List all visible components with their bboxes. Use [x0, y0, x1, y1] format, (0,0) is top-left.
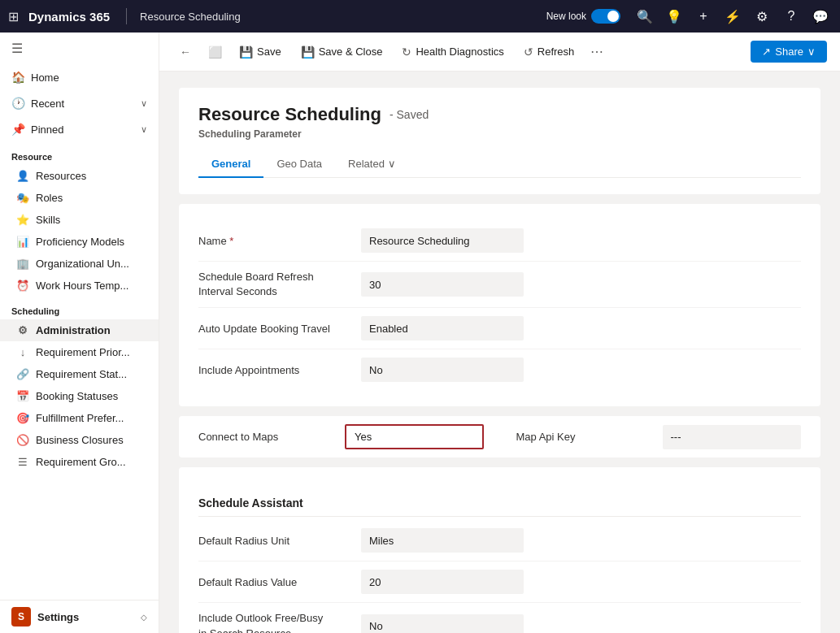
related-chevron-icon: ∨ — [388, 158, 396, 170]
sidebar-item-req-status[interactable]: 🔗 Requirement Stat... — [0, 363, 159, 385]
back-button[interactable]: ← — [172, 39, 198, 65]
business-closures-icon: 🚫 — [16, 434, 29, 446]
name-value[interactable]: Resource Scheduling — [361, 228, 524, 253]
scheduling-section-label: Scheduling — [0, 297, 159, 319]
default-radius-unit-value[interactable]: Miles — [361, 528, 524, 553]
sidebar-item-resources[interactable]: 👤 Resources — [0, 165, 159, 187]
sidebar-item-administration[interactable]: ⚙ Administration — [0, 319, 159, 341]
skills-icon: ⭐ — [16, 214, 29, 226]
plus-icon[interactable]: + — [692, 5, 715, 28]
refresh-button[interactable]: ↺ Refresh — [516, 41, 583, 63]
sidebar-booking-statuses-label: Booking Statuses — [36, 390, 118, 402]
general-form-section: Name Resource Scheduling Schedule Board … — [179, 204, 820, 406]
bulb-icon[interactable]: 💡 — [663, 5, 685, 28]
help-icon[interactable]: ? — [780, 5, 803, 28]
tab-related[interactable]: Related ∨ — [335, 151, 409, 178]
sidebar-roles-label: Roles — [36, 192, 63, 204]
share-label: Share — [775, 46, 803, 58]
include-outlook-value[interactable]: No — [361, 614, 524, 633]
schedule-assistant-section: Schedule Assistant Default Radius Unit M… — [179, 467, 820, 633]
sidebar-item-roles[interactable]: 🎭 Roles — [0, 187, 159, 209]
save-close-button[interactable]: 💾 Save & Close — [293, 41, 391, 63]
main-content: ← ⬜ 💾 Save 💾 Save & Close ↻ Health Diagn… — [159, 33, 840, 633]
schedule-assistant-title: Schedule Assistant — [198, 483, 801, 517]
sidebar-item-pinned[interactable]: 📌 Pinned ∨ — [0, 116, 159, 142]
save-close-label: Save & Close — [319, 46, 383, 58]
connect-maps-row: Connect to Maps Yes Map Api Key --- — [198, 416, 801, 457]
filter-icon[interactable]: ⚡ — [721, 5, 744, 28]
sidebar-item-home[interactable]: 🏠 Home — [0, 64, 159, 90]
sidebar-item-business-closures[interactable]: 🚫 Business Closures — [0, 429, 159, 451]
connect-maps-value[interactable]: Yes — [345, 424, 484, 449]
chat-icon[interactable]: 💬 — [809, 5, 832, 28]
sidebar-item-proficiency[interactable]: 📊 Proficiency Models — [0, 231, 159, 253]
sidebar-item-req-priority[interactable]: ↓ Requirement Prior... — [0, 341, 159, 363]
health-diagnostics-button[interactable]: ↻ Health Diagnostics — [394, 41, 511, 63]
record-title-row: Resource Scheduling - Saved — [198, 104, 801, 125]
sidebar-item-req-groups[interactable]: ☰ Requirement Gro... — [0, 451, 159, 473]
new-look-toggle[interactable] — [591, 9, 620, 24]
sidebar-item-skills[interactable]: ⭐ Skills — [0, 209, 159, 231]
tab-general[interactable]: General — [198, 151, 263, 178]
brand-label[interactable]: Dynamics 365 — [28, 10, 110, 24]
save-button[interactable]: 💾 Save — [231, 41, 289, 63]
auto-update-value[interactable]: Enabled — [361, 316, 524, 340]
include-outlook-label: Include Outlook Free/Busyin Search Resou… — [198, 611, 361, 633]
sidebar-req-status-label: Requirement Stat... — [36, 368, 127, 380]
default-radius-value-value[interactable]: 20 — [361, 570, 524, 594]
share-icon: ↗ — [762, 46, 771, 58]
content-area: Resource Scheduling - Saved Scheduling P… — [159, 72, 840, 633]
sidebar-skills-label: Skills — [36, 214, 60, 226]
req-status-icon: 🔗 — [16, 368, 29, 380]
include-appointments-value[interactable]: No — [361, 358, 524, 382]
record-subtitle: Scheduling Parameter — [198, 128, 801, 140]
new-look-toggle-area: New look — [546, 9, 620, 24]
sidebar-item-work-hours[interactable]: ⏰ Work Hours Temp... — [0, 275, 159, 297]
settings-diamond-icon: ◇ — [141, 613, 147, 622]
share-button[interactable]: ↗ Share ∨ — [751, 41, 827, 63]
refresh-interval-value[interactable]: 30 — [361, 272, 524, 297]
sidebar-item-pinned-label: Pinned — [31, 124, 63, 136]
sidebar-req-priority-label: Requirement Prior... — [36, 346, 130, 358]
sidebar-business-closures-label: Business Closures — [36, 434, 124, 446]
grid-icon[interactable]: ⊞ — [8, 9, 19, 24]
tab-geo-data[interactable]: Geo Data — [263, 151, 335, 178]
save-close-icon: 💾 — [301, 46, 315, 59]
sidebar-work-hours-label: Work Hours Temp... — [36, 280, 128, 292]
form-row-name: Name Resource Scheduling — [198, 220, 801, 262]
map-api-key-half: Map Api Key --- — [516, 425, 802, 449]
resource-section-label: Resource — [0, 142, 159, 165]
home-icon: 🏠 — [11, 71, 24, 84]
hamburger-icon[interactable]: ☰ — [0, 33, 159, 64]
record-title: Resource Scheduling — [198, 104, 381, 125]
pinned-icon: 📌 — [11, 123, 24, 136]
settings-footer[interactable]: S Settings ◇ — [0, 600, 159, 633]
settings-icon[interactable]: ⚙ — [751, 5, 773, 28]
booking-statuses-icon: 📅 — [16, 390, 29, 402]
health-label: Health Diagnostics — [416, 46, 503, 58]
search-icon[interactable]: 🔍 — [633, 5, 656, 28]
window-button[interactable]: ⬜ — [202, 39, 228, 65]
resources-icon: 👤 — [16, 170, 29, 182]
sidebar-resources-label: Resources — [36, 170, 86, 182]
refresh-icon: ↺ — [524, 46, 533, 59]
proficiency-icon: 📊 — [16, 236, 29, 248]
form-row-include-appointments: Include Appointments No — [198, 349, 801, 390]
recent-chevron-icon: ∨ — [141, 98, 147, 109]
sidebar-item-recent[interactable]: 🕐 Recent ∨ — [0, 90, 159, 116]
save-label: Save — [257, 46, 281, 58]
connect-maps-section: Connect to Maps Yes Map Api Key --- — [179, 416, 820, 457]
form-row-auto-update: Auto Update Booking Travel Enabled — [198, 308, 801, 349]
sidebar-item-booking-statuses[interactable]: 📅 Booking Statuses — [0, 385, 159, 407]
more-options-button[interactable]: ⋯ — [585, 41, 608, 63]
settings-badge: S — [11, 607, 31, 626]
name-label: Name — [198, 235, 361, 247]
sidebar-item-org-units[interactable]: 🏢 Organizational Un... — [0, 253, 159, 275]
tabs: General Geo Data Related ∨ — [198, 151, 801, 178]
map-api-key-value[interactable]: --- — [663, 425, 802, 449]
req-priority-icon: ↓ — [16, 346, 29, 358]
fulfillment-icon: 🎯 — [16, 412, 29, 424]
sidebar-item-fulfillment[interactable]: 🎯 Fulfillment Prefer... — [0, 407, 159, 429]
org-units-icon: 🏢 — [16, 258, 29, 270]
form-row-default-radius-value: Default Radius Value 20 — [198, 561, 801, 603]
